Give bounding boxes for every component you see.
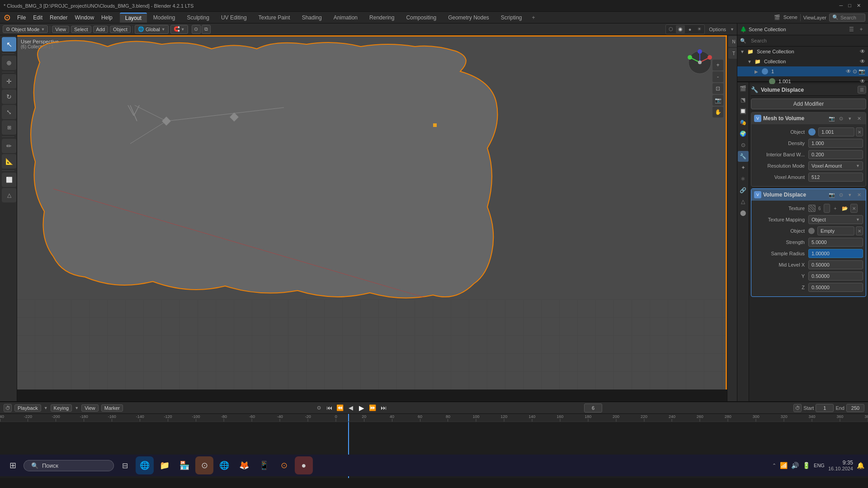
props-world-icon[interactable]: 🌍 — [738, 128, 749, 139]
transform-tool[interactable]: ⊞ — [2, 120, 16, 135]
new-collection-icon[interactable]: + — [857, 25, 865, 33]
props-modifiers-icon active[interactable]: 🔧 — [738, 151, 749, 162]
mtv-camera-icon[interactable]: 📷 — [828, 114, 836, 122]
tab-animation[interactable]: Animation — [328, 13, 363, 22]
task-view-btn[interactable]: ⊟ — [116, 456, 134, 474]
vd-y-value[interactable]: 0.50000 — [808, 272, 863, 281]
vd-expand-icon[interactable]: ▾ — [846, 191, 854, 199]
taskbar-app-3[interactable]: 🏪 — [175, 456, 193, 474]
view-menu-tl[interactable]: View — [81, 404, 99, 412]
rendered-mode[interactable]: ☀ — [695, 25, 704, 33]
language-indicator[interactable]: ENG — [814, 463, 825, 468]
jump-start-btn[interactable]: ⏮ — [324, 403, 334, 413]
visibility-icon-sc[interactable]: 👁 — [860, 48, 865, 55]
tab-shading[interactable]: Shading — [297, 13, 327, 22]
object-menu[interactable]: Object — [110, 26, 131, 33]
windows-start-btn[interactable]: ⊞ — [4, 456, 22, 474]
mtv-resmode-dropdown[interactable]: Voxel Amount ▼ — [808, 161, 863, 170]
props-object-icon[interactable]: ⊙ — [738, 140, 749, 150]
add-mesh-tool[interactable]: △ — [2, 188, 16, 202]
mtv-object-clear[interactable]: ✕ — [856, 127, 863, 136]
network-icon[interactable]: 📶 — [780, 462, 788, 469]
mtv-object-value[interactable]: 1.001 — [818, 127, 854, 136]
prev-keyframe-btn[interactable]: ⏪ — [335, 403, 345, 413]
menu-file[interactable]: File — [14, 14, 29, 22]
vd-texture-value[interactable] — [824, 204, 830, 213]
close-btn[interactable]: ✕ — [857, 3, 861, 9]
mtv-voxel-value[interactable]: 512 — [808, 173, 863, 182]
props-particles-icon[interactable]: ✦ — [738, 162, 749, 173]
menu-render[interactable]: Render — [46, 14, 71, 22]
vd-texture-browse[interactable]: 📂 — [841, 204, 849, 212]
props-render-icon[interactable]: 🎬 — [738, 83, 749, 94]
vd-close-btn[interactable]: ✕ — [855, 191, 863, 199]
mtv-expand-icon[interactable]: ▾ — [846, 114, 854, 122]
maximize-btn[interactable]: □ — [848, 3, 851, 9]
vd-object-value[interactable]: Empty — [817, 226, 854, 235]
context-icon-2[interactable]: T — [728, 48, 737, 59]
props-scene-icon[interactable]: 🎭 — [738, 117, 749, 128]
minimize-btn[interactable]: ─ — [840, 3, 843, 9]
taskbar-firefox[interactable]: 🦊 — [235, 456, 253, 474]
taskbar-app-7[interactable]: ⊙ — [275, 456, 293, 474]
scale-tool[interactable]: ⤡ — [2, 105, 16, 119]
props-output-icon[interactable]: ⬔ — [738, 94, 749, 105]
show-hidden-icons[interactable]: ⌃ — [772, 463, 776, 469]
timeline-type-icon[interactable]: ⏱ — [4, 404, 12, 412]
add-menu[interactable]: Add — [93, 26, 108, 33]
proportional-editing[interactable]: ⊙ — [192, 25, 201, 34]
view-menu[interactable]: View — [52, 26, 69, 33]
tab-add[interactable]: + — [528, 13, 539, 22]
add-modifier-button[interactable]: Add Modifier — [751, 99, 866, 109]
current-frame-field[interactable]: 6 — [584, 404, 602, 413]
visibility-icon-1[interactable]: 👁 — [846, 68, 851, 75]
select-tool[interactable]: ↖ — [2, 37, 16, 52]
marker-menu[interactable]: Marker — [101, 404, 123, 412]
mtv-density-value[interactable]: 1.000 — [808, 139, 863, 148]
vd-midlevelx-value[interactable]: 0.50000 — [808, 260, 863, 269]
end-frame-field[interactable]: 250 — [846, 404, 864, 412]
cursor-tool[interactable]: ⊕ — [2, 56, 16, 70]
visibility-icon-col[interactable]: 👁 — [860, 58, 865, 65]
select-icon-1[interactable]: ⊙ — [853, 68, 857, 75]
outliner-collection[interactable]: ▼ 📁 Collection 👁 — [737, 56, 868, 66]
axes-gizmo[interactable] — [686, 49, 713, 76]
vd-camera-icon[interactable]: 📷 — [828, 191, 836, 199]
props-material-icon[interactable]: ⬤ — [738, 207, 749, 218]
pan-btn[interactable]: ✋ — [712, 107, 723, 117]
tab-modeling[interactable]: Modeling — [148, 13, 181, 22]
taskbar-app-6[interactable]: 📱 — [255, 456, 273, 474]
battery-icon[interactable]: 🔋 — [802, 462, 810, 469]
tab-compositing[interactable]: Compositing — [401, 13, 442, 22]
taskbar-app-8[interactable]: ● — [295, 456, 313, 474]
props-data-icon[interactable]: △ — [738, 196, 749, 207]
zoom-out-btn[interactable]: - — [712, 71, 723, 82]
tab-uv-editing[interactable]: UV Editing — [216, 13, 252, 22]
measure-tool[interactable]: 📐 — [2, 154, 16, 169]
context-icon-1[interactable]: N — [728, 36, 737, 47]
play-btn[interactable]: ▶ — [357, 403, 367, 413]
zoom-in-btn[interactable]: + — [712, 60, 723, 70]
wireframe-mode[interactable]: ⬡ — [666, 25, 675, 33]
viewport-canvas[interactable]: User Perspective (6) Collection | 1 — [17, 35, 727, 389]
transform-orientations[interactable]: 🌐 Global ▼ — [135, 25, 169, 34]
vd-texture-new[interactable]: + — [831, 204, 840, 212]
next-keyframe-btn[interactable]: ⏩ — [368, 403, 377, 413]
tab-layout[interactable]: Layout — [120, 13, 147, 23]
vd-viewport-icon[interactable]: ⊙ — [837, 191, 845, 199]
taskbar-chrome[interactable]: 🌐 — [215, 456, 233, 474]
timeline-cache-icon[interactable]: ⊙ — [314, 404, 323, 413]
annotate-tool[interactable]: ✏ — [2, 139, 16, 153]
props-physics-icon[interactable]: ⚛ — [738, 174, 749, 184]
view-all-btn[interactable]: ⊡ — [712, 83, 723, 94]
snap-button[interactable]: 🧲 ▼ — [170, 25, 188, 34]
notification-icon[interactable]: 🔔 — [857, 462, 864, 469]
taskbar-blender[interactable]: ⊙ — [195, 456, 213, 474]
vd-z-value[interactable]: 0.50000 — [808, 283, 863, 292]
outliner-scene-collection[interactable]: ▼ 📁 Scene Collection 👁 — [737, 47, 868, 56]
outliner-search-input[interactable] — [748, 37, 865, 45]
mtv-viewport-icon[interactable]: ⊙ — [837, 114, 845, 122]
clock-icon[interactable]: ⏱ — [793, 404, 802, 412]
mtv-ibw-value[interactable]: 0.200 — [808, 150, 863, 159]
scene-selector[interactable]: 🎬 Scene — [774, 14, 797, 20]
